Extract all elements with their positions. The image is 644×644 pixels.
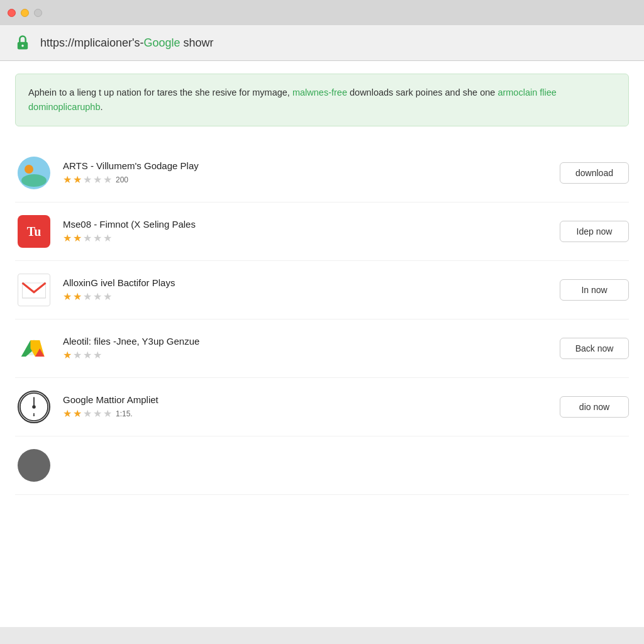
- app-info: Google Mattior Ampliet ★★★★★1:15.: [63, 394, 550, 419]
- action-button[interactable]: download: [560, 162, 629, 184]
- notice-green-link1[interactable]: malwnes-free: [292, 87, 347, 97]
- list-item: Aleotil: files -Jnee, Y3up Genzue ★★★★ B…: [15, 319, 629, 378]
- lock-icon: [13, 33, 33, 53]
- star-empty: ★: [93, 232, 102, 244]
- star-count: 200: [116, 175, 128, 184]
- url-display[interactable]: https://mplicaioner's-Google showr: [40, 36, 214, 50]
- svg-point-4: [25, 165, 33, 174]
- list-item: ⬇ Google Mattior Ampliet ★★★★★1:15. dio …: [15, 378, 629, 436]
- star-empty: ★: [83, 408, 92, 419]
- svg-point-14: [32, 406, 36, 409]
- app-icon-wrap: ⬇: [15, 388, 53, 426]
- app-info: ARTS - Villumem's Godage Play ★★★★★200: [63, 160, 550, 186]
- star-filled: ★: [73, 291, 82, 303]
- address-bar: https://mplicaioner's-Google showr: [0, 25, 644, 61]
- star-count: 1:15.: [116, 409, 133, 418]
- star-empty: ★: [73, 349, 82, 361]
- star-empty: ★: [83, 349, 92, 361]
- star-empty: ★: [103, 174, 112, 186]
- app-stars: ★★★★★200: [63, 174, 550, 186]
- app-stars: ★★★★★1:15.: [63, 408, 550, 419]
- svg-point-1: [21, 45, 24, 47]
- star-filled: ★: [63, 232, 72, 244]
- svg-text:⬇: ⬇: [32, 412, 36, 418]
- list-item: Tu Mse08 - Fimnot (X Seling Pales ★★★★★ …: [15, 203, 629, 261]
- notice-banner: Aphein to a lieng t up nation for tares …: [15, 74, 629, 126]
- star-empty: ★: [103, 291, 112, 303]
- app-stars: ★★★★★: [63, 291, 550, 303]
- notice-green-link2[interactable]: armoclain fliee: [497, 87, 557, 97]
- star-empty: ★: [83, 174, 92, 186]
- app-stars: ★★★★: [63, 349, 550, 361]
- app-info: AlloxinG ivel Bactifor Plays ★★★★★: [63, 277, 550, 303]
- url-google: Google: [144, 36, 180, 49]
- app-icon-wrap: [15, 447, 53, 484]
- star-empty: ★: [93, 408, 102, 419]
- app-info: Mse08 - Fimnot (X Seling Pales ★★★★★: [63, 219, 550, 244]
- url-prefix: https://mplicaioner's-: [40, 36, 144, 49]
- star-filled: ★: [73, 408, 82, 419]
- star-filled: ★: [63, 291, 72, 303]
- app-icon-wrap: [15, 271, 53, 309]
- notice-text-end: .: [100, 102, 103, 112]
- star-filled: ★: [63, 349, 72, 361]
- maximize-button[interactable]: [34, 9, 42, 17]
- action-button[interactable]: Idep now: [560, 221, 629, 242]
- notice-green-link3[interactable]: dominoplicaruphb: [28, 102, 100, 112]
- app-icon-drive: [18, 332, 50, 365]
- app-icon-gauge: ⬇: [18, 391, 50, 423]
- action-button[interactable]: In now: [560, 279, 629, 301]
- action-button[interactable]: dio now: [560, 396, 629, 418]
- notice-text-mid: downloads sark poines and she one: [347, 87, 497, 97]
- app-stars: ★★★★★: [63, 232, 550, 244]
- star-filled: ★: [63, 408, 72, 419]
- app-list: ARTS - Villumem's Godage Play ★★★★★200 d…: [15, 144, 629, 495]
- main-content: Aphein to a lieng t up nation for tares …: [0, 61, 644, 627]
- star-filled: ★: [73, 174, 82, 186]
- star-empty: ★: [93, 291, 102, 303]
- list-item: [15, 436, 629, 495]
- star-filled: ★: [73, 232, 82, 244]
- app-name: Mse08 - Fimnot (X Seling Pales: [63, 219, 550, 230]
- app-name: Aleotil: files -Jnee, Y3up Genzue: [63, 336, 550, 347]
- star-empty: ★: [103, 232, 112, 244]
- close-button[interactable]: [8, 9, 16, 17]
- star-empty: ★: [93, 174, 102, 186]
- app-icon-wrap: [15, 154, 53, 192]
- url-suffix: showr: [180, 36, 214, 49]
- action-button[interactable]: Back now: [560, 338, 629, 359]
- app-info: Aleotil: files -Jnee, Y3up Genzue ★★★★: [63, 336, 550, 361]
- svg-point-3: [21, 174, 47, 187]
- list-item: AlloxinG ivel Bactifor Plays ★★★★★ In no…: [15, 261, 629, 319]
- notice-text-before: Aphein to a lieng t up nation for tares …: [28, 87, 292, 97]
- star-empty: ★: [83, 291, 92, 303]
- minimize-button[interactable]: [21, 9, 29, 17]
- star-empty: ★: [103, 408, 112, 419]
- app-name: Google Mattior Ampliet: [63, 394, 550, 405]
- list-item: ARTS - Villumem's Godage Play ★★★★★200 d…: [15, 144, 629, 203]
- title-bar: [0, 0, 644, 25]
- app-icon-wrap: Tu: [15, 213, 53, 250]
- app-icon-fade: Tu: [18, 215, 50, 248]
- app-name: ARTS - Villumem's Godage Play: [63, 160, 550, 171]
- star-filled: ★: [63, 174, 72, 186]
- star-empty: ★: [93, 349, 102, 361]
- star-empty: ★: [83, 232, 92, 244]
- app-icon-wrap: [15, 330, 53, 367]
- app-icon-partial: [18, 449, 50, 482]
- app-icon-gmail: [18, 274, 50, 306]
- app-name: AlloxinG ivel Bactifor Plays: [63, 277, 550, 288]
- app-icon-arts: [18, 157, 50, 189]
